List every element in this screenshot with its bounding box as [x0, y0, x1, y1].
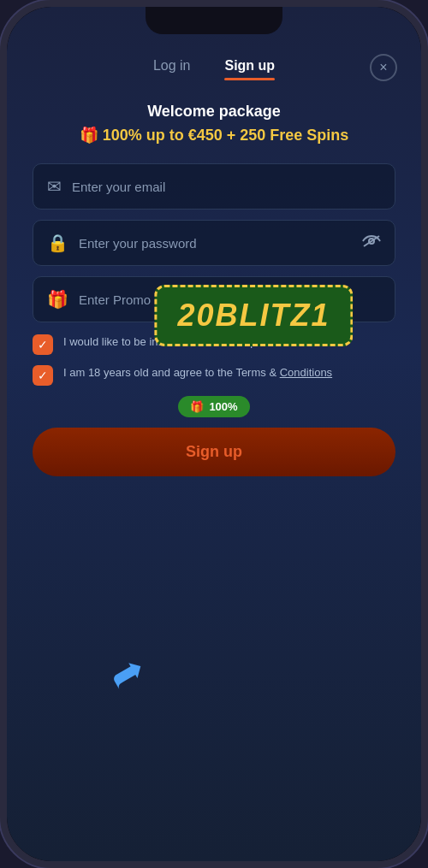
phone-frame: × Log in Sign up Welcome package 🎁 100% … — [0, 0, 428, 868]
eye-toggle-icon[interactable] — [362, 234, 381, 252]
welcome-offer: 🎁 100% up to €450 + 250 Free Spins — [33, 126, 395, 145]
email-input[interactable] — [72, 180, 381, 194]
bonus-badge: 🎁 100% — [178, 396, 249, 417]
bonus-gift-icon: 🎁 — [190, 400, 204, 413]
tab-signup[interactable]: Sign up — [224, 58, 275, 79]
check-icon-2: ✓ — [38, 369, 48, 382]
promotions-checkbox[interactable]: ✓ — [33, 334, 53, 355]
arrow-pointer-icon: ➦ — [100, 643, 154, 701]
content-area: × Log in Sign up Welcome package 🎁 100% … — [7, 7, 421, 502]
tabs-container: Log in Sign up — [33, 50, 395, 79]
promo-section: 🎁 ➦ 20BLITZ1 — [33, 276, 395, 322]
password-field-container: 🔒 — [33, 220, 395, 266]
check-icon: ✓ — [38, 338, 48, 351]
terms-checkbox-row: ✓ I am 18 years old and agree to the Ter… — [33, 365, 395, 386]
lock-icon: 🔒 — [47, 233, 68, 253]
password-input[interactable] — [79, 236, 381, 251]
terms-checkbox[interactable]: ✓ — [33, 365, 53, 386]
email-icon: ✉ — [47, 176, 62, 197]
email-field-container: ✉ — [33, 163, 395, 210]
phone-notch — [146, 7, 282, 34]
bonus-percent: 100% — [209, 400, 237, 413]
coupon-overlay: 20BLITZ1 — [154, 285, 353, 346]
terms-link[interactable]: Conditions — [280, 366, 332, 379]
close-button[interactable]: × — [370, 54, 397, 81]
gift-icon: 🎁 — [47, 289, 68, 310]
coupon-code: 20BLITZ1 — [177, 298, 330, 334]
terms-label: I am 18 years old and agree to the Terms… — [63, 365, 332, 381]
signup-button[interactable]: Sign up — [33, 428, 395, 476]
phone-screen: × Log in Sign up Welcome package 🎁 100% … — [7, 7, 421, 861]
welcome-section: Welcome package 🎁 100% up to €450 + 250 … — [33, 103, 395, 145]
welcome-title: Welcome package — [33, 103, 395, 121]
bonus-badge-row: 🎁 100% — [33, 396, 395, 417]
tab-login[interactable]: Log in — [153, 58, 191, 79]
